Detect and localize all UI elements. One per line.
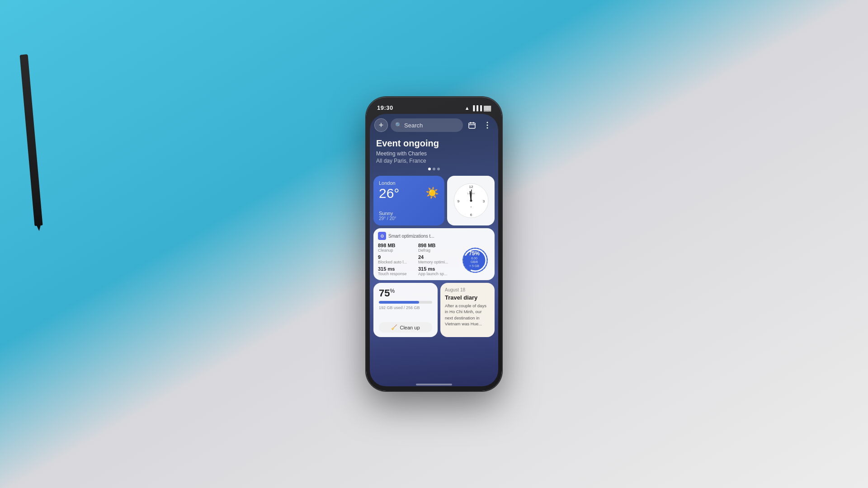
stat-cleanup: 898 MB Cleanup	[378, 243, 415, 253]
stat-cleanup-value: 898 MB	[378, 243, 415, 248]
storage-info: 192 GB used / 256 GB	[379, 305, 432, 310]
stat-launch-value: 315 ms	[418, 266, 456, 272]
clock-widget[interactable]: 12 3 6 9 London	[447, 176, 495, 225]
svg-point-16	[471, 206, 472, 207]
storage-percent-sign: %	[390, 288, 395, 294]
stat-memory-value: 24	[418, 254, 456, 260]
stat-memory: 24 Memory optimi...	[418, 254, 456, 264]
search-label: Search	[404, 122, 423, 129]
stat-blocked-label: Blocked auto l...	[378, 260, 415, 264]
search-bar[interactable]: 🔍 Search	[391, 118, 463, 132]
smart-circle-area: 75% 6.00 GB/8+ 5 GB	[458, 243, 490, 276]
stat-blocked-value: 9	[378, 254, 415, 260]
stat-touch-label: Touch response	[378, 272, 415, 276]
broom-icon: 🧹	[391, 324, 397, 330]
battery-icon: ▓▓	[484, 105, 491, 111]
status-bar: 19:30 ▲ ▐▐▐ ▓▓	[369, 103, 499, 113]
phone-screen: + 🔍 Search	[370, 114, 498, 386]
stat-defrag-label: Defrag	[418, 248, 456, 253]
smart-optimization-widget[interactable]: ⚙ Smart optimizations t... 898 MB Cleanu…	[373, 228, 495, 280]
search-icon: 🔍	[395, 122, 402, 128]
smart-header: ⚙ Smart optimizations t...	[378, 232, 490, 240]
event-title: Event ongoing	[376, 138, 492, 149]
home-indicator[interactable]	[416, 384, 452, 385]
svg-point-6	[487, 127, 488, 129]
stat-blocked: 9 Blocked auto l...	[378, 254, 415, 264]
calendar-button[interactable]	[466, 119, 478, 131]
svg-point-4	[487, 122, 488, 123]
circle-progress-text: 75% 6.00 GB/8+ 5 GB	[467, 250, 481, 268]
circle-sub-value: 6.00 GB/8+ 5 GB	[467, 257, 481, 268]
more-menu-button[interactable]	[481, 119, 494, 131]
widgets-grid: London 26° ☀️ Sunny 29° / 20°	[370, 176, 498, 381]
storage-percent: 75%	[379, 287, 432, 299]
smart-widget-body: 898 MB Cleanup 898 MB Defrag 9 Blocked a…	[378, 243, 490, 276]
smart-title: Smart optimizations t...	[388, 234, 490, 239]
weather-temperature: 26°	[379, 187, 399, 200]
diary-widget[interactable]: August 18 Travel diary After a couple of…	[440, 283, 495, 337]
svg-text:9: 9	[457, 199, 459, 203]
svg-rect-0	[469, 123, 475, 128]
weather-widget[interactable]: London 26° ☀️ Sunny 29° / 20°	[373, 176, 444, 225]
dot-2	[433, 168, 435, 170]
event-pagination	[376, 168, 492, 170]
widgets-row-2: ⚙ Smart optimizations t... 898 MB Cleanu…	[373, 228, 495, 280]
stat-launch: 315 ms App launch sp...	[418, 266, 456, 276]
event-subtitle: Meeting with Charles	[376, 150, 492, 157]
dot-1	[428, 168, 431, 170]
cleanup-label: Clean up	[400, 325, 420, 330]
stat-defrag: 898 MB Defrag	[418, 243, 456, 253]
signal-icon: ▐▐▐	[472, 105, 482, 111]
weather-condition-icon: ☀️	[425, 187, 439, 199]
smart-circle-progress: 75% 6.00 GB/8+ 5 GB	[461, 246, 488, 273]
toolbar: + 🔍 Search	[370, 114, 498, 135]
weather-city: London	[379, 180, 439, 186]
smart-icon: ⚙	[378, 232, 386, 240]
stat-launch-label: App launch sp...	[418, 272, 456, 276]
status-time: 19:30	[377, 104, 393, 111]
stat-cleanup-label: Cleanup	[378, 248, 415, 253]
smart-stats: 898 MB Cleanup 898 MB Defrag 9 Blocked a…	[378, 243, 456, 276]
dot-3	[437, 168, 440, 170]
stat-touch-value: 315 ms	[378, 266, 415, 272]
event-location: All day Paris, France	[376, 158, 492, 164]
diary-date: August 18	[445, 287, 490, 292]
circle-percent-value: 75%	[467, 250, 481, 257]
svg-point-5	[487, 125, 488, 126]
stat-memory-label: Memory optimi...	[418, 260, 456, 264]
status-icons: ▲ ▐▐▐ ▓▓	[465, 105, 491, 111]
weather-range: 29° / 20°	[379, 216, 439, 221]
cleanup-button[interactable]: 🧹 Clean up	[379, 322, 432, 333]
bottom-bar	[370, 381, 498, 386]
phone-device: 19:30 ▲ ▐▐▐ ▓▓ + 🔍 Search	[366, 97, 502, 391]
stylus	[19, 54, 42, 226]
add-button[interactable]: +	[374, 118, 388, 132]
diary-text: After a couple of days in Ho Chi Minh, o…	[445, 303, 490, 327]
svg-text:3: 3	[482, 199, 485, 203]
smart-stats-grid: 898 MB Cleanup 898 MB Defrag 9 Blocked a…	[378, 243, 456, 276]
svg-text:6: 6	[470, 213, 472, 217]
storage-widget[interactable]: 75% 192 GB used / 256 GB 🧹 Clean up	[373, 283, 438, 337]
storage-bar-background	[379, 301, 432, 304]
clock-face: 12 3 6 9 London	[453, 183, 489, 219]
svg-text:12: 12	[469, 185, 473, 189]
svg-line-14	[471, 190, 472, 201]
weather-description: Sunny	[379, 208, 439, 216]
svg-point-15	[470, 200, 472, 202]
widgets-row-3: 75% 192 GB used / 256 GB 🧹 Clean up Augu…	[373, 283, 495, 337]
storage-bar-fill	[379, 301, 419, 304]
stat-defrag-value: 898 MB	[418, 243, 456, 248]
event-section: Event ongoing Meeting with Charles All d…	[370, 135, 498, 176]
wifi-icon: ▲	[465, 105, 470, 111]
widgets-row-1: London 26° ☀️ Sunny 29° / 20°	[373, 176, 495, 225]
stat-touch: 315 ms Touch response	[378, 266, 415, 276]
diary-title: Travel diary	[445, 294, 490, 301]
